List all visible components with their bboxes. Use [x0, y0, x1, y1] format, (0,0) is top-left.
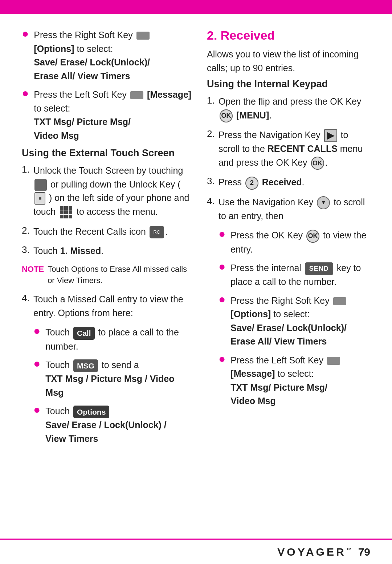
ok-key-icon-2: OK [311, 157, 324, 170]
svg-rect-8 [69, 215, 72, 218]
svg-rect-6 [60, 215, 64, 218]
bullet-right-soft-key-text: Press the Right Soft Key [Options] to se… [34, 28, 192, 83]
internal-keypad-heading: Using the Internal Keypad [207, 78, 370, 90]
bullet-dot: ● [22, 27, 29, 40]
right-step4: 4. Use the Navigation Key ▼ to scroll to… [207, 196, 370, 223]
bullet-right-soft-key-2: ● Press the Right Soft Key [Options] to … [219, 294, 370, 349]
ok-key-icon-3: OK [306, 230, 319, 243]
send-key-icon: SEND [305, 262, 333, 275]
bullet-dot-2: ● [22, 86, 29, 100]
ok-key-icon: OK [220, 109, 233, 122]
step4-external: 4. Touch a Missed Call entry to view the… [22, 293, 192, 320]
bullet-msg: ● Touch MSG to send a TXT Msg / Picture … [33, 358, 192, 399]
bullet-options: ● Touch Options Save/ Erase / Lock(Unloc… [33, 404, 192, 446]
bullet-send: ● Press the internal SEND key to place a… [219, 261, 370, 289]
nav-up-icon: ▼ [317, 196, 330, 209]
svg-rect-3 [60, 210, 64, 214]
brand-name: VOYAGER™ [277, 546, 351, 558]
svg-rect-7 [64, 215, 68, 218]
svg-rect-5 [69, 210, 72, 214]
right-step2: 2. Press the Navigation Key ▶ to scroll … [207, 128, 370, 170]
right-column: 2. Received Allows you to view the list … [207, 28, 370, 451]
grid-icon [59, 205, 73, 219]
bullet-ok: ● Press the OK Key OK to view the entry. [219, 229, 370, 256]
received-heading: 2. Received [207, 28, 370, 43]
bullet-call: ● Touch Call to place a call to the numb… [33, 326, 192, 353]
received-intro: Allows you to view the list of incoming … [207, 48, 370, 75]
options-button-icon: Options [73, 406, 109, 419]
left-soft-key-icon [130, 91, 143, 99]
bullet-left-soft-key-text: Press the Left Soft Key [Message] to sel… [34, 88, 192, 142]
unlock-key-icon: ≡ [34, 192, 45, 205]
bullet-left-soft-key: ● Press the Left Soft Key [Message] to s… [22, 88, 192, 142]
svg-rect-4 [64, 210, 68, 214]
bullet-right-soft-key: ● Press the Right Soft Key [Options] to … [22, 28, 192, 83]
note-block: NOTE Touch Options to Erase All missed c… [22, 264, 192, 286]
right-step3: 3. Press 2 Received. [207, 176, 370, 189]
right-soft-key-icon-2 [333, 297, 346, 305]
step3-external: 3. Touch 1. Missed. [22, 244, 192, 258]
msg-button-icon: MSG [73, 359, 98, 372]
left-soft-key-icon-2 [327, 357, 340, 365]
nav-right-icon: ▶ [324, 129, 337, 142]
top-bar [0, 0, 392, 14]
right-step1: 1. Open the flip and press the OK Key OK… [207, 95, 370, 122]
footer: VOYAGER™ 79 [0, 539, 392, 564]
svg-rect-2 [69, 206, 72, 210]
left-column: ● Press the Right Soft Key [Options] to … [22, 28, 192, 451]
page-number: 79 [358, 546, 370, 558]
step4-bullets: ● Press the OK Key OK to view the entry.… [219, 229, 370, 408]
step2-external: 2. Touch the Recent Calls icon RC. [22, 225, 192, 239]
recent-calls-icon: RC [150, 226, 164, 238]
right-soft-key-icon [136, 32, 150, 40]
num2-key-icon: 2 [245, 177, 258, 190]
bullet-left-soft-key-2: ● Press the Left Soft Key [Message] to s… [219, 354, 370, 408]
step1-external: 1. Unlock the Touch Screen by touching o… [22, 164, 192, 219]
svg-rect-1 [64, 206, 68, 210]
call-button-icon: Call [73, 327, 95, 340]
external-touch-screen-heading: Using the External Touch Screen [22, 148, 192, 159]
trademark: ™ [346, 547, 352, 553]
svg-rect-0 [60, 206, 64, 210]
touch-screen-icon [34, 179, 47, 191]
